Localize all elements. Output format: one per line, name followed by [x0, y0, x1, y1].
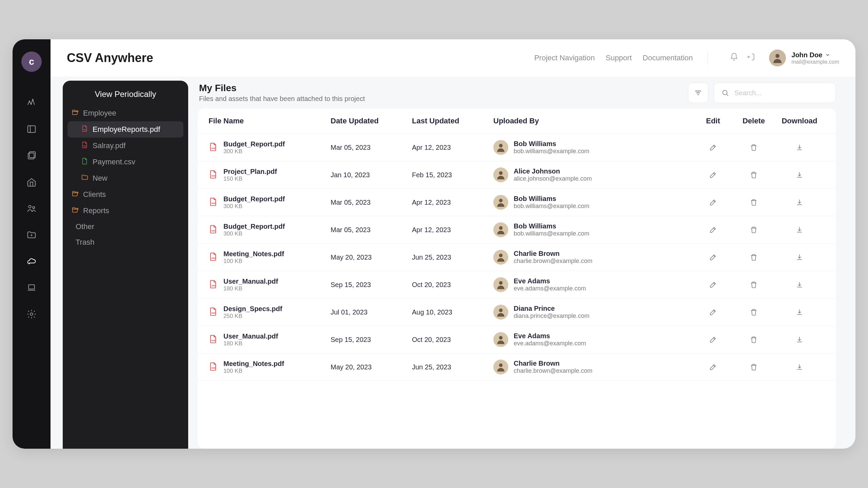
delete-button[interactable] [733, 281, 774, 289]
avatar [769, 49, 786, 66]
search-input[interactable] [734, 89, 829, 97]
tree-item[interactable]: Clients [67, 186, 183, 203]
tree-item[interactable]: New [67, 170, 183, 186]
avatar [493, 277, 508, 292]
nav-analytics-icon[interactable] [26, 98, 37, 109]
filter-icon [694, 88, 703, 97]
logout-icon[interactable] [747, 53, 755, 63]
app-title: CSV Anywhere [67, 51, 153, 65]
search-box[interactable] [714, 83, 836, 103]
edit-button[interactable] [693, 171, 733, 179]
download-button[interactable] [774, 363, 825, 371]
link-documentation[interactable]: Documentation [643, 54, 693, 62]
edit-button[interactable] [693, 363, 733, 371]
tree-item[interactable]: Reports [67, 203, 183, 219]
uploader-name: Diana Prince [514, 305, 589, 312]
avatar [493, 250, 508, 265]
uploader-name: Eve Adams [514, 277, 586, 285]
notifications-icon[interactable] [730, 53, 738, 63]
uploader-email: bob.williams@example.com [514, 148, 589, 155]
edit-button[interactable] [693, 226, 733, 234]
tree-item-label: New [93, 174, 107, 183]
tree-item[interactable]: Salray.pdf [67, 138, 183, 154]
delete-button[interactable] [733, 171, 774, 179]
pdf-file-icon [209, 169, 218, 180]
nav-folder-plus-icon[interactable] [26, 230, 37, 241]
link-support[interactable]: Support [606, 54, 632, 62]
file-name: Meeting_Notes.pdf [223, 250, 284, 258]
app-logo[interactable]: c [21, 52, 42, 72]
files-heading: My Files [199, 83, 365, 94]
edit-button[interactable] [693, 281, 733, 289]
nav-home-icon[interactable] [26, 177, 37, 188]
file-name: Design_Specs.pdf [223, 305, 282, 313]
files-subheading: Files and assets that have been attached… [199, 95, 365, 103]
user-menu[interactable]: John Doe mail@example.com [769, 49, 839, 66]
tree-item[interactable]: EmployeReports.pdf [67, 121, 183, 138]
download-button[interactable] [774, 281, 825, 289]
delete-button[interactable] [733, 198, 774, 206]
filter-button[interactable] [688, 83, 708, 103]
pdf-file-icon [209, 362, 218, 372]
table-row: Meeting_Notes.pdf100 KBMay 20, 2023Jun 2… [198, 353, 836, 381]
nav-settings-icon[interactable] [26, 309, 37, 321]
edit-button[interactable] [693, 143, 733, 151]
download-button[interactable] [774, 226, 825, 234]
edit-button[interactable] [693, 336, 733, 344]
tree-item[interactable]: Employee [67, 105, 183, 121]
table-row: Meeting_Notes.pdf100 KBMay 20, 2023Jun 2… [198, 244, 836, 271]
tree-item[interactable]: Other [67, 219, 183, 235]
tree-item-label: EmployeReports.pdf [93, 125, 160, 134]
link-project-navigation[interactable]: Project Navigation [534, 54, 595, 62]
files-area: My Files Files and assets that have been… [198, 81, 846, 449]
delete-button[interactable] [733, 143, 774, 151]
delete-button[interactable] [733, 336, 774, 344]
col-date: Date Updated [331, 117, 412, 125]
avatar [493, 195, 508, 210]
delete-button[interactable] [733, 226, 774, 234]
table-row: Project_Plan.pdf150 KBJan 10, 2023Feb 15… [198, 161, 836, 189]
table-row: Budget_Report.pdf300 KBMar 05, 2023Apr 1… [198, 189, 836, 216]
pdf-file-icon [209, 197, 218, 208]
last-updated: Oct 20, 2023 [412, 281, 493, 289]
last-updated: Jun 25, 2023 [412, 363, 493, 371]
nav-layers-icon[interactable] [26, 150, 37, 162]
download-button[interactable] [774, 253, 825, 261]
download-button[interactable] [774, 308, 825, 316]
file-name: Meeting_Notes.pdf [223, 360, 284, 368]
file-name: Budget_Report.pdf [223, 223, 285, 230]
uploader-name: Charlie Brown [514, 360, 592, 367]
pdf-file-icon [209, 279, 218, 290]
download-button[interactable] [774, 336, 825, 344]
last-updated: Apr 12, 2023 [412, 199, 493, 206]
edit-button[interactable] [693, 253, 733, 261]
tree-title: View Periodically [67, 89, 183, 99]
last-updated: Aug 10, 2023 [412, 308, 493, 316]
avatar [493, 167, 508, 182]
uploader-email: diana.prince@example.com [514, 312, 589, 320]
tree-item-label: Clients [83, 190, 106, 199]
download-button[interactable] [774, 198, 825, 206]
tree-item[interactable]: Trash [67, 235, 183, 250]
delete-button[interactable] [733, 363, 774, 371]
delete-button[interactable] [733, 253, 774, 261]
edit-button[interactable] [693, 198, 733, 206]
file-size: 180 KB [223, 340, 278, 347]
table-row: Design_Specs.pdf250 KBJul 01, 2023Aug 10… [198, 299, 836, 326]
tree-item[interactable]: Payment.csv [67, 154, 183, 170]
nav-cloud-icon[interactable] [26, 256, 37, 268]
file-size: 180 KB [223, 285, 278, 292]
delete-button[interactable] [733, 308, 774, 316]
download-button[interactable] [774, 171, 825, 179]
nav-panel-icon[interactable] [26, 124, 37, 136]
download-button[interactable] [774, 143, 825, 151]
date-updated: Jan 10, 2023 [331, 171, 412, 179]
table-row: User_Manual.pdf180 KBSep 15, 2023Oct 20,… [198, 271, 836, 299]
nav-laptop-icon[interactable] [26, 283, 37, 294]
nav-users-icon[interactable] [26, 203, 37, 215]
file-size: 150 KB [223, 176, 277, 182]
edit-button[interactable] [693, 308, 733, 316]
uploader-email: eve.adams@example.com [514, 285, 586, 292]
file-size: 300 KB [223, 230, 285, 237]
tree-item-label: Other [76, 222, 94, 231]
